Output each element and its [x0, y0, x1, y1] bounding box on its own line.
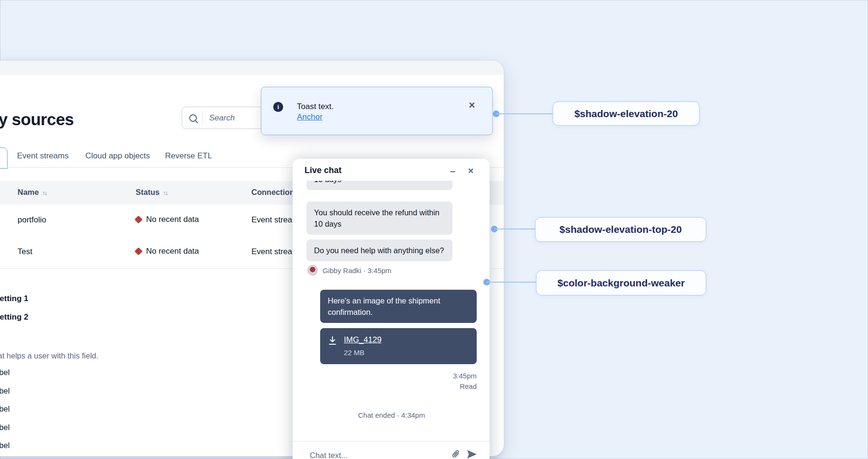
tab-reverse-etl[interactable]: Reverse ETL: [165, 151, 212, 161]
setting-label-2: Setting 2: [0, 312, 28, 322]
app-top-strip: [0, 61, 504, 75]
minimize-icon[interactable]: –: [447, 165, 459, 177]
token-label-shadow-elevation-20: $shadow-elevation-20: [553, 101, 700, 126]
connector-line: [496, 113, 553, 114]
attachment-file-size: 22 MB: [344, 347, 381, 358]
column-header-name[interactable]: Name↑↓: [18, 188, 46, 197]
field-label: Label: [0, 441, 9, 450]
column-header-status[interactable]: Status↑↓: [136, 188, 167, 197]
agent-name-timestamp: Gibby Radki · 3:45pm: [323, 266, 391, 275]
connector-line: [494, 229, 535, 230]
cell-connection: Event stream: [251, 247, 299, 257]
incoming-message: Do you need help with anything else?: [306, 239, 452, 261]
toast-text: Toast text.: [297, 101, 333, 112]
outgoing-message: Here's an image of the shipment confirma…: [320, 290, 477, 323]
token-label-color-background-weaker: $color-background-weaker: [536, 270, 706, 295]
send-icon[interactable]: [466, 449, 478, 459]
field-label: Label: [0, 386, 9, 395]
message-timestamp: 3:45pm Read: [306, 371, 477, 392]
read-receipt: Read: [306, 381, 477, 392]
tab-active-partial[interactable]: [0, 147, 8, 169]
cell-name: Test: [18, 247, 32, 257]
close-icon[interactable]: ×: [465, 165, 477, 177]
close-icon[interactable]: ×: [465, 99, 479, 112]
tab-cloud-app-objects[interactable]: Cloud app objects: [85, 151, 150, 161]
search-placeholder: Search: [209, 113, 235, 123]
error-status-icon: [135, 248, 143, 256]
outgoing-attachment[interactable]: IMG_4129 22 MB: [320, 328, 477, 364]
attach-file-icon[interactable]: [451, 449, 461, 459]
attachment-file-link[interactable]: IMG_4129: [344, 335, 381, 344]
sort-icon[interactable]: ↑↓: [163, 189, 167, 196]
search-icon: [189, 114, 197, 122]
column-header-connection: Connection: [251, 188, 295, 197]
error-status-icon: [135, 216, 143, 224]
field-help-text: Help text that helps a user with this fi…: [0, 351, 98, 360]
chat-input-bar: Chat text...: [293, 441, 489, 459]
tab-event-streams[interactable]: Event streams: [17, 151, 69, 161]
chat-ended-status: Chat ended · 4:34pm: [306, 411, 477, 420]
field-label: Label: [0, 423, 9, 432]
cell-status: No recent data: [136, 215, 199, 224]
incoming-message: 10 days: [306, 181, 452, 190]
connector-line: [487, 282, 536, 283]
field-label: Label: [0, 368, 9, 377]
chat-title: Live chat: [305, 165, 342, 175]
cell-status: No recent data: [136, 247, 199, 256]
field-label: Label: [0, 404, 9, 413]
toast: i Toast text. Anchor ×: [261, 87, 493, 135]
setting-label-1: Setting 1: [0, 294, 28, 303]
avatar: [307, 265, 318, 275]
agent-meta-row: Gibby Radki · 3:45pm: [307, 265, 477, 275]
chat-message-list[interactable]: 10 days You should receive the refund wi…: [293, 181, 489, 441]
download-icon: [328, 336, 337, 346]
chat-input[interactable]: Chat text...: [310, 451, 348, 459]
cell-connection: Event stream: [251, 215, 299, 225]
token-label-shadow-elevation-top-20: $shadow-elevation-top-20: [535, 217, 706, 242]
search-divider: [203, 111, 203, 125]
cell-name: portfolio: [18, 215, 46, 225]
toast-anchor-link[interactable]: Anchor: [297, 112, 323, 122]
live-chat-widget: Live chat – × 10 days You should receive…: [293, 159, 489, 459]
page-title: My sources: [0, 110, 74, 129]
info-icon: i: [273, 102, 283, 112]
incoming-message: You should receive the refund within 10 …: [306, 202, 452, 235]
design-spec-canvas: My sources Search Event streams Cloud ap…: [0, 0, 868, 459]
sort-icon[interactable]: ↑↓: [42, 189, 46, 196]
